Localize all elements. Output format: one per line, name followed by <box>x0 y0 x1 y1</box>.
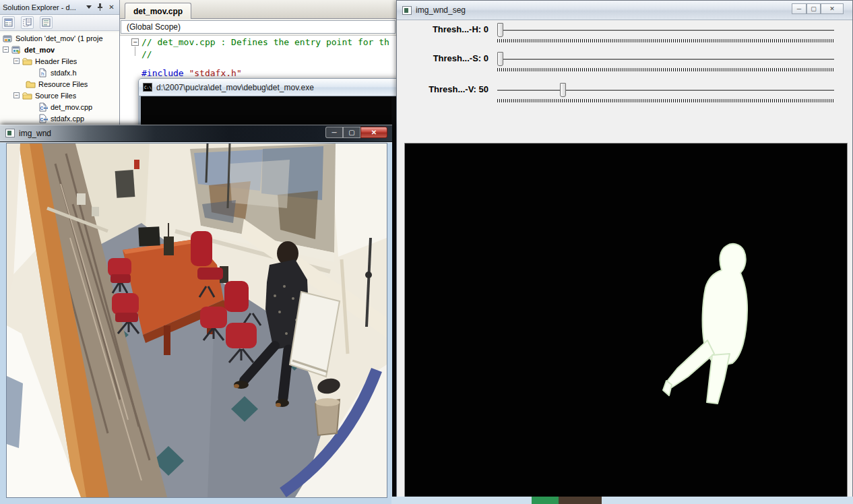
img-wnd-seg-title: img_wnd_seg <box>416 5 466 15</box>
trackbar-row-h: Thresh...-H: 0 <box>397 23 853 43</box>
trackbar-v-thumb[interactable] <box>560 83 566 97</box>
img-wnd-body <box>0 142 392 504</box>
cpp-file-icon: C++ <box>38 114 48 123</box>
close-button[interactable]: ✕ <box>360 127 387 138</box>
solution-explorer-toolbar <box>0 15 119 31</box>
trackbar-h-slider[interactable] <box>497 23 834 43</box>
trackbar-h-thumb[interactable] <box>497 23 503 37</box>
code-line-2: // <box>141 49 152 59</box>
window-position-menu-icon[interactable] <box>84 2 94 12</box>
trackbar-row-v: Thresh...-V: 50 <box>397 83 853 103</box>
code-line-1: // det_mov.cpp : Defines the entry point… <box>141 37 389 47</box>
scope-bar: (Global Scope) <box>120 19 396 36</box>
header-file-icon: h <box>38 68 48 77</box>
desktop-taskbar-strip <box>391 497 853 504</box>
editor-tabstrip: det_mov.cpp <box>120 0 396 19</box>
properties-icon[interactable] <box>2 16 15 29</box>
solution-explorer-title: Solution Explorer - d... <box>3 3 82 11</box>
cpp-file-icon: C++ <box>38 102 48 112</box>
scope-dropdown[interactable]: (Global Scope) <box>121 20 396 34</box>
trackbar-s-ticks <box>497 68 834 71</box>
tree-item-project-det-mov[interactable]: − det_mov <box>0 44 119 55</box>
tree-item-solution[interactable]: Solution 'det_mov' (1 proje <box>0 32 119 44</box>
folder-icon <box>22 91 32 100</box>
cmd-icon: C:\ <box>143 83 152 92</box>
img-wnd-seg-titlebar[interactable]: img_wnd_seg ─ ▢ ✕ <box>397 1 852 20</box>
waste-bin <box>315 398 340 435</box>
camera-image <box>6 143 387 498</box>
segmentation-image <box>404 143 848 497</box>
tree-item-det-mov-cpp[interactable]: C++ det_mov.cpp <box>0 101 119 113</box>
trackbar-v-slider[interactable] <box>497 83 834 103</box>
svg-text:C++: C++ <box>40 117 49 122</box>
image-window-icon <box>402 6 412 15</box>
trackbar-s-slider[interactable] <box>497 52 834 72</box>
solution-explorer-titlebar[interactable]: Solution Explorer - d... ✕ <box>0 0 119 15</box>
trackbar-h-ticks <box>497 39 834 42</box>
trackbar-v-ticks <box>497 99 834 102</box>
trackbar-s-thumb[interactable] <box>497 52 503 66</box>
collapse-expander-icon[interactable]: − <box>13 92 20 98</box>
svg-text:C++: C++ <box>40 106 49 111</box>
code-line-include: #include "stdafx.h" <box>141 68 242 78</box>
img-wnd-title: img_wnd <box>19 129 51 138</box>
minimize-button[interactable]: ─ <box>792 3 807 14</box>
folder-icon <box>22 57 32 66</box>
properties-window-icon[interactable] <box>40 16 53 29</box>
folder-icon <box>26 80 36 89</box>
project-icon <box>11 45 22 55</box>
image-window-icon <box>5 129 15 137</box>
maximize-button[interactable]: ▢ <box>807 3 821 14</box>
img-wnd-window: img_wnd ─ ▢ ✕ <box>0 125 392 504</box>
screen: Solution Explorer - d... ✕ <box>0 0 853 504</box>
trackbar-label-h: Thresh...-H: 0 <box>397 24 488 34</box>
img-wnd-titlebar[interactable]: img_wnd ─ ▢ ✕ <box>0 125 392 142</box>
show-all-files-icon[interactable] <box>21 16 34 29</box>
minimize-button[interactable]: ─ <box>325 127 343 138</box>
tree-item-stdafx-cpp[interactable]: C++ stdafx.cpp <box>0 113 119 124</box>
close-button[interactable]: ✕ <box>821 3 844 14</box>
collapse-expander-icon[interactable]: − <box>3 46 9 53</box>
fold-collapse-icon[interactable]: − <box>131 38 139 46</box>
close-icon[interactable]: ✕ <box>106 2 117 12</box>
tree-item-resource-files[interactable]: Resource Files <box>0 78 119 90</box>
console-title: d:\2007\puc\ra\det_mov\debug\det_mov.exe <box>156 83 314 92</box>
svg-text:h: h <box>41 71 44 77</box>
img-wnd-seg-body: Thresh...-H: 0 Thresh...-S: 0 Thresh...-… <box>397 20 852 499</box>
tree-item-source-files[interactable]: − Source Files <box>0 90 119 101</box>
auto-hide-pin-icon[interactable] <box>95 2 105 12</box>
trackbar-label-v: Thresh...-V: 50 <box>397 84 488 94</box>
trackbar-label-s: Thresh...-S: 0 <box>397 53 488 63</box>
img-wnd-seg-window: img_wnd_seg ─ ▢ ✕ Thresh...-H: 0 Thresh.… <box>396 0 853 499</box>
collapse-expander-icon[interactable]: − <box>13 58 20 64</box>
maximize-button[interactable]: ▢ <box>343 127 360 138</box>
trackbar-row-s: Thresh...-S: 0 <box>397 52 853 72</box>
solution-icon <box>3 34 13 43</box>
tab-det-mov-cpp[interactable]: det_mov.cpp <box>125 3 191 19</box>
tree-item-stdafx-h[interactable]: h stdafx.h <box>0 67 119 78</box>
tree-item-header-files[interactable]: − Header Files <box>0 55 119 67</box>
console-titlebar[interactable]: C:\ d:\2007\puc\ra\det_mov\debug\det_mov… <box>138 78 400 96</box>
